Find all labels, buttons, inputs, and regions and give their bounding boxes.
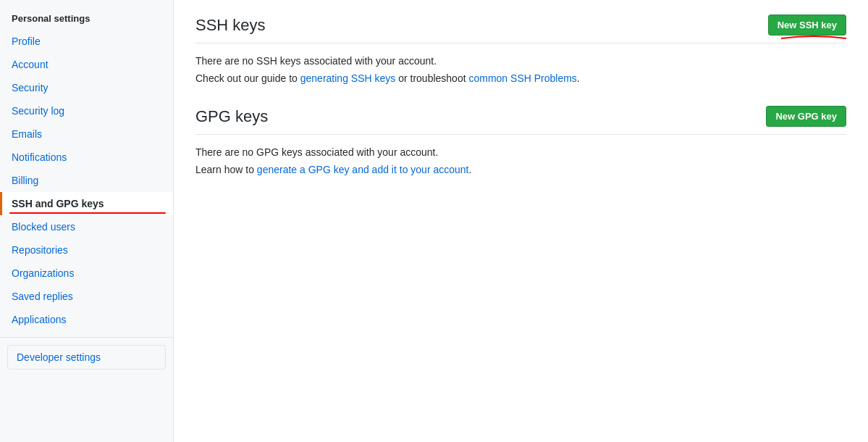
sidebar-link-billing[interactable]: Billing [0,169,173,192]
sidebar-item-profile[interactable]: Profile [0,30,173,53]
sidebar-item-repositories[interactable]: Repositories [0,238,173,262]
ssh-section-header: SSH keys New SSH key [195,14,846,43]
new-ssh-key-button[interactable]: New SSH key [768,14,846,36]
gpg-section-body: There are no GPG keys associated with yo… [195,146,846,175]
sidebar-link-emails[interactable]: Emails [0,122,173,146]
sidebar-link-security[interactable]: Security [0,76,173,99]
gpg-learn-link[interactable]: generate a GPG key and add it to your ac… [257,164,469,175]
developer-settings-link[interactable]: Developer settings [8,346,165,369]
sidebar-item-notifications[interactable]: Notifications [0,146,173,169]
sidebar-item-billing[interactable]: Billing [0,169,173,192]
sidebar-item-security-log[interactable]: Security log [0,99,173,122]
ssh-section-body: There are no SSH keys associated with yo… [195,55,846,84]
ssh-button-wrapper: New SSH key [768,14,846,36]
sidebar-link-ssh-gpg-keys[interactable]: SSH and GPG keys [0,192,173,215]
sidebar-item-account[interactable]: Account [0,53,173,76]
ssh-guide-link2[interactable]: common SSH Problems [468,72,576,84]
ssh-guide-after: . [577,72,580,84]
gpg-learn-before: Learn how to [195,164,257,175]
sidebar-item-applications[interactable]: Applications [0,308,173,331]
sidebar-nav: Profile Account Security Security log Em… [0,30,173,331]
gpg-section-header: GPG keys New GPG key [195,106,846,135]
sidebar-link-security-log[interactable]: Security log [0,99,173,122]
ssh-guide-link1[interactable]: generating SSH keys [300,72,396,84]
gpg-no-keys-message: There are no GPG keys associated with yo… [195,146,846,158]
sidebar-link-account[interactable]: Account [0,53,173,76]
ssh-no-keys-message: There are no SSH keys associated with yo… [195,55,846,67]
sidebar-link-organizations[interactable]: Organizations [0,262,173,285]
sidebar-link-profile[interactable]: Profile [0,30,173,53]
sidebar-item-organizations[interactable]: Organizations [0,262,173,285]
gpg-keys-section: GPG keys New GPG key There are no GPG ke… [195,106,846,175]
gpg-learn-after: . [468,164,471,175]
ssh-guide-middle: or troubleshoot [395,72,468,84]
sidebar-link-saved-replies[interactable]: Saved replies [0,285,173,308]
sidebar-item-ssh-gpg-keys[interactable]: SSH and GPG keys [0,192,173,215]
ssh-guide-text: Check out our guide to generating SSH ke… [195,72,846,84]
gpg-learn-text: Learn how to generate a GPG key and add … [195,164,846,175]
sidebar-item-saved-replies[interactable]: Saved replies [0,285,173,308]
sidebar-header: Personal settings [0,7,173,30]
sidebar-divider [0,337,173,338]
sidebar: Personal settings Profile Account Securi… [0,0,174,442]
sidebar-link-applications[interactable]: Applications [0,308,173,331]
ssh-keys-section: SSH keys New SSH key There are no SSH ke… [195,14,846,84]
red-underline-decoration [781,34,846,43]
sidebar-link-blocked-users[interactable]: Blocked users [0,215,173,238]
sidebar-item-emails[interactable]: Emails [0,122,173,146]
sidebar-link-notifications[interactable]: Notifications [0,146,173,169]
main-content: SSH keys New SSH key There are no SSH ke… [174,0,868,442]
sidebar-link-repositories[interactable]: Repositories [0,238,173,262]
new-gpg-key-button[interactable]: New GPG key [766,106,846,127]
sidebar-item-blocked-users[interactable]: Blocked users [0,215,173,238]
ssh-section-title: SSH keys [195,16,266,35]
gpg-section-title: GPG keys [195,107,268,126]
ssh-guide-before: Check out our guide to [195,72,300,84]
developer-settings-box[interactable]: Developer settings [7,345,166,370]
sidebar-item-security[interactable]: Security [0,76,173,99]
